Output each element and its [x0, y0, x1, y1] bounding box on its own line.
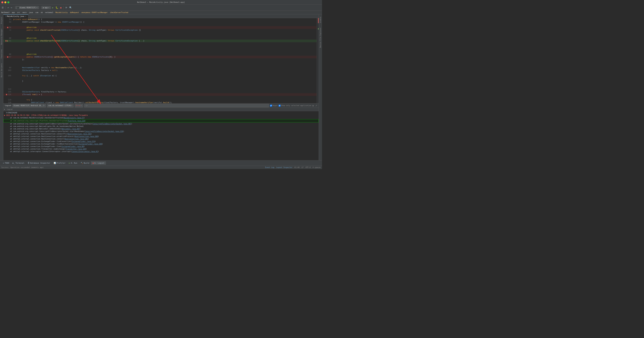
title-bar: NetDemo3 – MainActivity.java [NetDemo3.a… [0, 0, 322, 5]
log-link-11[interactable]: ExchangeFinder.java:224 [72, 140, 95, 142]
event-log-button[interactable]: Event Log [265, 166, 274, 168]
profiler-button[interactable]: 📊 Profiler [52, 161, 67, 165]
log-link-14[interactable]: Transmitter.java:169 [66, 148, 86, 150]
terminal-label: Terminal [16, 162, 24, 164]
logcat-button[interactable]: ■ 6: Logcat [91, 161, 106, 165]
breadcrumb-netdemo3-pkg[interactable]: netdemo3 [45, 12, 53, 14]
redo-button[interactable]: ↪ [10, 6, 13, 9]
logcat-settings-button[interactable]: ⚙ [312, 104, 314, 107]
window-title: NetDemo3 – MainActivity.java [NetDemo3.a… [137, 1, 185, 3]
todo-button[interactable]: ☑ TODO [1, 161, 11, 165]
tab-icon: J [5, 16, 6, 17]
show-only-checkbox[interactable] [278, 104, 280, 107]
breadcrumb-netdemo3[interactable]: NetDemo3 [1, 12, 10, 14]
log-link-15[interactable]: ConnectInterceptor.java:41 [72, 150, 98, 152]
run-button[interactable]: ▶ [52, 6, 54, 9]
editor-tab-bar: J MainActivity.java × [3, 14, 319, 18]
logcat-search-input[interactable] [84, 104, 269, 107]
breadcrumb: NetDemo3 › app › src › main › java › com… [0, 11, 322, 14]
stop-button[interactable]: ■ [60, 6, 62, 9]
show-only-checkbox-label[interactable]: Show only selected application [278, 104, 312, 107]
terminal-button[interactable]: ▶_ Terminal [11, 161, 26, 165]
menu-button[interactable]: ☰ [1, 6, 4, 9]
show-only-label-text: Show only selected application [281, 104, 312, 106]
log-link-platform[interactable]: Platform.java:228 [68, 120, 85, 122]
editor-gutter [317, 18, 319, 103]
code-line-59 [3, 34, 317, 37]
close-tab-icon[interactable]: × [25, 16, 26, 17]
log-link-12[interactable]: ExchangeFinder.java:108 [79, 143, 102, 145]
breakpoint-61[interactable] [5, 40, 7, 42]
mainactivity-tab[interactable]: J MainActivity.java × [3, 14, 28, 18]
code-editor[interactable]: 53 private void doRequest() { 54 X509Tru… [3, 18, 319, 103]
breadcrumb-anonymous[interactable]: anonymous X509TrustManager [82, 12, 108, 14]
line-number-61: ▶ 61 [3, 40, 12, 42]
gradle-tab[interactable]: Gradle [319, 16, 322, 24]
log-link-mainactivity[interactable]: MainActivity.java:77 [64, 117, 84, 119]
code-area: 53 private void doRequest() { 54 X509Tru… [3, 18, 317, 103]
resource-manager-tab[interactable]: Resource Manager [0, 28, 3, 46]
code-line-115: 115 SSLSocketFactory finalFactory = fact… [3, 90, 317, 93]
database-inspector-button[interactable]: 🗄 Database Inspector [26, 161, 52, 165]
maximize-button[interactable] [8, 1, 10, 3]
logcat-level-selector[interactable]: Error ▾ [75, 104, 83, 107]
code-text-53: private void doRequest() { [12, 18, 42, 21]
layout-inspector-button[interactable]: Layout Inspector [276, 166, 292, 168]
log-line-12: at okhttp3.internal.connection.ExchangeF… [3, 143, 319, 145]
logcat-expand-button[interactable]: ⤢ [316, 104, 317, 107]
log-link-7[interactable]: ConscryptFileDescriptorSocket.java:226 [85, 130, 123, 132]
log-link-9[interactable]: RealConnection.java:300 [75, 136, 98, 137]
search-everywhere-button[interactable]: 🔍 [68, 6, 72, 9]
build-button[interactable]: 🔨 Build [79, 161, 91, 165]
close-button[interactable] [1, 1, 3, 3]
log-line-13: at okhttp3.internal.connection.ExchangeF… [3, 145, 319, 148]
logcat-title: logcat [5, 104, 12, 107]
breadcrumb-app[interactable]: app [12, 12, 15, 14]
breadcrumb-com[interactable]: com [36, 12, 38, 14]
breakpoint-56[interactable] [7, 27, 8, 28]
debug-button[interactable]: 🐛 [55, 6, 59, 9]
logcat-controls: Xiaomi M2007J17C Android 10, / ▾ com.nb.… [12, 104, 312, 107]
code-line-56: 56 @Override [3, 26, 317, 29]
breadcrumb-dorequest[interactable]: doRequest [70, 12, 79, 14]
spaces-indicator: 4 spaces [312, 166, 321, 168]
log-text-10: at okhttp3.internal.connection.RealConne… [6, 138, 89, 140]
run-button-bottom[interactable]: ▶ 4: Run [67, 161, 79, 165]
main-toolbar: ☰ ↩ ↪ 📱 Xiaomi M2007J17C ▾ ▶ app ▾ ▶ 🐛 ■… [0, 5, 322, 11]
log-link-13[interactable]: ExchangeFinder.java:88 [62, 146, 84, 147]
log-link-4[interactable]: ConscryptFileDescriptorSocket.java:407 [93, 123, 131, 125]
breadcrumb-src[interactable]: src [17, 12, 20, 14]
log-link-8[interactable]: RealConnection.java:336 [68, 133, 91, 135]
undo-button[interactable]: ↩ [7, 6, 10, 9]
build-variants-tab[interactable]: Build Variants [0, 62, 3, 78]
sync-button[interactable]: ⟳ [65, 6, 68, 9]
device-selector[interactable]: 📱 Xiaomi M2007J17C ▾ [16, 6, 39, 9]
log-text-6: at com.android.org.conscrypt.NativeSsl.d… [6, 128, 81, 130]
run-config-selector[interactable]: ▶ app ▾ [42, 6, 51, 9]
breakpoint-67[interactable] [7, 56, 8, 58]
code-line-116: 116 (Thread) run() = { [3, 93, 317, 96]
log-text-9: at okhttp3.internal.connection.RealConne… [6, 135, 99, 138]
logcat-panel-label: logcat [7, 108, 13, 110]
tab-label: MainActivity.java [7, 16, 24, 17]
breadcrumb-java[interactable]: java [29, 12, 33, 14]
logcat-device-selector[interactable]: Xiaomi M2007J17C Android 10, / ▾ [12, 104, 46, 107]
project-tab[interactable]: Project [0, 16, 3, 25]
favorites-tab[interactable]: Favorites [0, 48, 3, 59]
logcat-package-selector[interactable]: com.nb.netdemo3 (17534) ▾ [47, 104, 74, 107]
regex-checkbox[interactable] [270, 104, 272, 107]
breadcrumb-mainactivity[interactable]: MainActivity [56, 12, 68, 14]
logcat-content[interactable]: hrOKW1DAQAB ● 2022-10-08 16:50:13.564 17… [3, 111, 319, 160]
log-link-10[interactable]: RealConnection.java:185 [64, 138, 88, 140]
log-line-0: hrOKW1DAQAB [3, 112, 319, 114]
minimize-button[interactable] [4, 1, 6, 3]
log-link-6[interactable]: NativeSsl.java:387 [62, 128, 80, 130]
regex-checkbox-label[interactable]: Regex [270, 104, 278, 107]
breadcrumb-nb[interactable]: nb [41, 12, 43, 14]
breakpoint-116[interactable] [6, 94, 7, 95]
breadcrumb-main[interactable]: main [22, 12, 26, 14]
device-file-explorer-tab[interactable]: Device File Explorer [319, 26, 322, 48]
breadcrumb-checkservertrusted[interactable]: checkServerTrusted [110, 12, 128, 14]
log-line-1: ● 2022-10-08 16:50:13.564 17534-17586/co… [3, 114, 319, 116]
log-text-13: at okhttp3.internal.connection.ExchangeF… [6, 145, 85, 148]
